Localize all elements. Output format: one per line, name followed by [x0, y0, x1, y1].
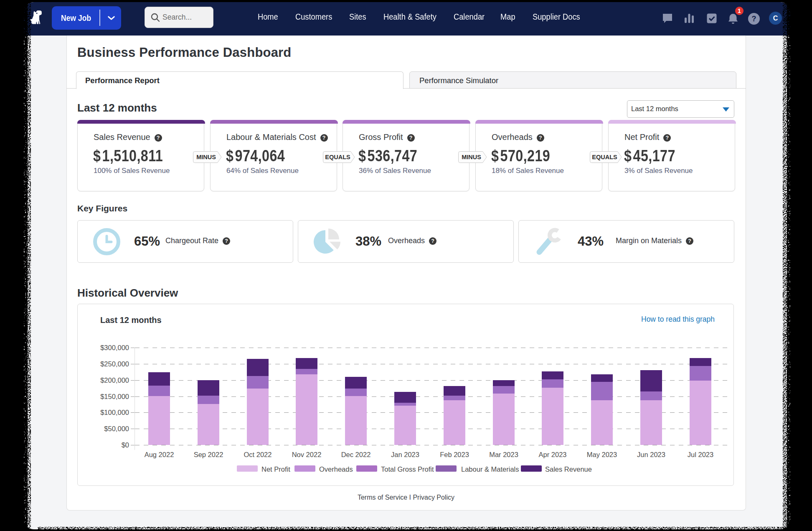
- svg-text:MINUS: MINUS: [462, 154, 481, 160]
- svg-text:?: ?: [752, 15, 756, 23]
- svg-text:MINUS: MINUS: [196, 154, 216, 160]
- svg-text:EQUALS: EQUALS: [325, 154, 350, 160]
- svg-text:EQUALS: EQUALS: [592, 154, 617, 160]
